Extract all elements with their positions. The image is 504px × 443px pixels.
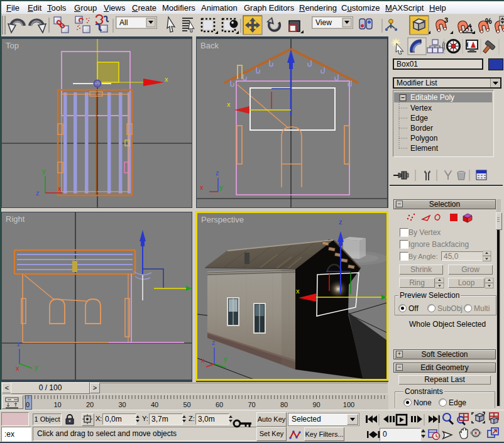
svg-text:y: y	[219, 183, 223, 191]
svg-text:30: 30	[118, 401, 126, 408]
svg-text:%: %	[485, 17, 492, 26]
svg-text:20: 20	[86, 401, 94, 408]
svg-text:z: z	[216, 169, 219, 177]
svg-text:x: x	[16, 364, 19, 372]
svg-text:10: 10	[53, 401, 61, 408]
svg-text:x: x	[200, 183, 204, 191]
svg-text:z: z	[17, 340, 21, 347]
svg-text:View: View	[315, 18, 332, 27]
svg-text:100: 100	[343, 401, 354, 408]
svg-text:x: x	[58, 185, 62, 192]
svg-text:z: z	[212, 339, 216, 346]
svg-text:90: 90	[312, 401, 320, 408]
svg-text:40: 40	[151, 401, 158, 408]
svg-text:y: y	[224, 355, 227, 363]
svg-text:60: 60	[216, 401, 223, 408]
svg-text:70: 70	[248, 401, 255, 408]
svg-text:x: x	[227, 101, 231, 108]
svg-text:y: y	[42, 167, 46, 175]
svg-text:y: y	[35, 363, 38, 371]
svg-text:x: x	[165, 75, 168, 83]
svg-text:3: 3	[444, 16, 448, 24]
svg-text:50: 50	[183, 401, 190, 408]
svg-text:All: All	[119, 18, 128, 27]
svg-text:x: x	[296, 287, 300, 295]
svg-text:x: x	[201, 356, 205, 364]
svg-text:z: z	[339, 218, 342, 226]
svg-text:80: 80	[280, 401, 288, 408]
svg-text:z: z	[36, 189, 40, 197]
svg-text:0: 0	[26, 401, 30, 408]
